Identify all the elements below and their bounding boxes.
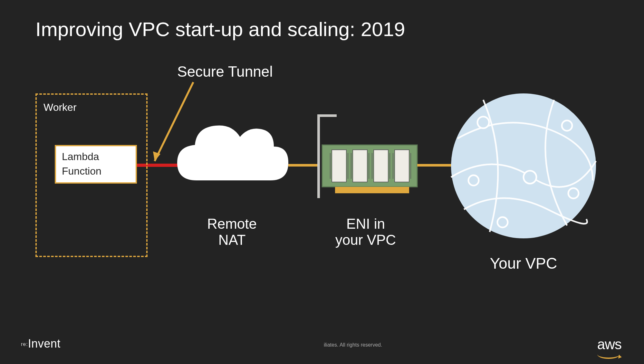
aws-smile-icon — [597, 351, 620, 359]
copyright-text: iliates. All rights reserved. — [324, 342, 382, 348]
svg-rect-4 — [322, 145, 417, 187]
svg-point-21 — [468, 175, 479, 186]
slide: Improving VPC start-up and scaling: 2019 — [0, 0, 644, 364]
remote-nat-label: Remote NAT — [192, 216, 272, 248]
aws-logo: aws — [597, 336, 621, 352]
svg-rect-8 — [374, 150, 388, 182]
vpc-icon — [451, 93, 596, 238]
svg-rect-6 — [332, 150, 346, 182]
slide-title: Improving VPC start-up and scaling: 2019 — [35, 18, 405, 41]
reinvent-logo: re:Invent — [21, 337, 61, 350]
svg-point-24 — [497, 217, 508, 227]
eni-label: ENI in your VPC — [325, 216, 406, 248]
lambda-line2: Function — [62, 165, 101, 177]
svg-rect-5 — [335, 187, 409, 193]
eni-icon — [317, 114, 417, 198]
lambda-line1: Lambda — [62, 151, 99, 162]
svg-point-20 — [562, 120, 572, 131]
svg-point-19 — [477, 117, 489, 128]
svg-point-22 — [524, 171, 536, 184]
svg-line-0 — [155, 82, 193, 161]
svg-point-18 — [451, 93, 596, 238]
cloud-icon — [177, 125, 288, 180]
worker-label: Worker — [43, 101, 77, 113]
svg-rect-9 — [395, 150, 409, 182]
svg-rect-3 — [317, 114, 337, 117]
your-vpc-label: Your VPC — [467, 254, 580, 272]
svg-point-23 — [568, 188, 579, 198]
svg-rect-7 — [353, 150, 367, 182]
secure-tunnel-label: Secure Tunnel — [177, 63, 273, 80]
tunnel-arrow — [153, 82, 193, 161]
svg-rect-2 — [317, 114, 320, 198]
lambda-function-box: Lambda Function — [55, 145, 137, 184]
svg-marker-1 — [153, 151, 160, 161]
